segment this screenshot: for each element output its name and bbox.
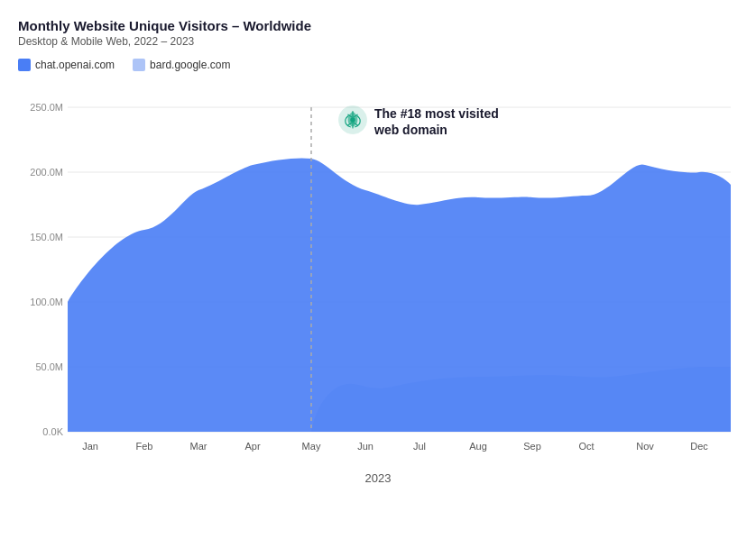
svg-text:200.0M: 200.0M <box>30 167 63 178</box>
openai-logo-icon <box>338 105 367 134</box>
svg-text:0.0K: 0.0K <box>42 426 63 437</box>
svg-text:Apr: Apr <box>244 441 260 452</box>
svg-text:Dec: Dec <box>690 441 708 452</box>
svg-text:250.0M: 250.0M <box>30 102 63 113</box>
svg-text:Oct: Oct <box>578 441 594 452</box>
chart-svg: 250.0M 200.0M 150.0M 100.0M 50.0M 0.0K J… <box>18 80 738 468</box>
chart-area: The #18 most visitedweb domain 250.0M 20… <box>18 80 738 468</box>
svg-text:50.0M: 50.0M <box>35 361 63 372</box>
svg-text:100.0M: 100.0M <box>30 297 63 307</box>
svg-text:150.0M: 150.0M <box>30 232 63 242</box>
svg-text:May: May <box>302 441 321 452</box>
legend-label-openai: chat.openai.com <box>35 59 115 71</box>
annotation-text: The #18 most visitedweb domain <box>374 105 499 138</box>
annotation-box: The #18 most visitedweb domain <box>338 105 499 138</box>
legend-label-bard: bard.google.com <box>150 59 230 71</box>
svg-text:Nov: Nov <box>636 441 654 452</box>
svg-text:Jul: Jul <box>413 441 426 452</box>
chart-title: Monthly Website Unique Visitors – Worldw… <box>18 18 738 33</box>
year-label: 2023 <box>18 471 738 485</box>
legend-item-openai: chat.openai.com <box>18 59 115 71</box>
svg-text:Jan: Jan <box>82 441 98 452</box>
svg-point-1 <box>350 117 355 122</box>
svg-text:Mar: Mar <box>190 441 207 452</box>
svg-text:Feb: Feb <box>136 441 153 452</box>
chart-container: Monthly Website Unique Visitors – Worldw… <box>0 0 756 539</box>
svg-text:Sep: Sep <box>523 441 541 452</box>
svg-text:Aug: Aug <box>469 441 487 452</box>
legend-swatch-bard <box>133 59 145 71</box>
legend-swatch-openai <box>18 59 31 71</box>
legend-item-bard: bard.google.com <box>133 59 230 71</box>
chart-subtitle: Desktop & Mobile Web, 2022 – 2023 <box>18 35 738 48</box>
svg-text:Jun: Jun <box>357 441 373 452</box>
legend: chat.openai.com bard.google.com <box>18 59 738 71</box>
